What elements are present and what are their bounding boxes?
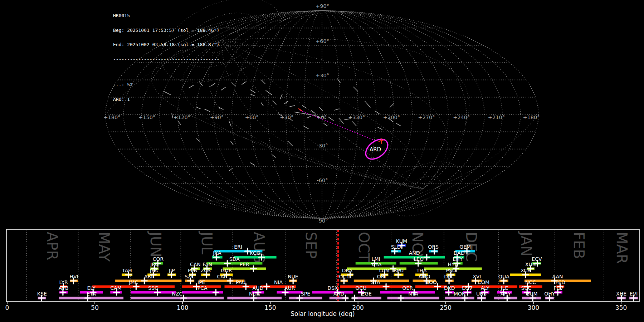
- shower-label-COM: COM: [478, 279, 489, 285]
- shower-label-JMC: JMC: [128, 279, 138, 285]
- shower-label-GEM: GEM: [459, 244, 471, 250]
- shower-bar-MON: [445, 297, 474, 299]
- shower-label-DKD: DKD: [444, 285, 455, 291]
- shower-label-AHY: AHY: [501, 291, 511, 297]
- shower-label-GDR: GDR: [221, 268, 232, 273]
- shower-label-HVI: HVI: [69, 274, 78, 279]
- shower-label-JEA: JEA: [150, 268, 158, 273]
- shower-label-AAN: AAN: [552, 274, 563, 279]
- shower-label-XVI: XVI: [473, 274, 481, 279]
- shower-label-IPE: IPE: [197, 279, 205, 285]
- shower-label-PPS: PPS: [188, 268, 197, 273]
- month-label-JUL: JUL: [199, 231, 215, 255]
- latitude-label: -90°: [317, 218, 328, 224]
- x-tick-label: 250: [440, 304, 452, 311]
- meteor-trail: [303, 126, 308, 129]
- shower-label-KUM: KUM: [396, 238, 407, 244]
- meteor-trail: [229, 168, 233, 171]
- shower-label-ELY: ELY: [87, 285, 96, 291]
- shower-label-XCB: XCB: [521, 268, 531, 273]
- meteor-trail: [172, 113, 173, 118]
- shower-label-PER: PER: [240, 262, 249, 267]
- shower-label-LUM: LUM: [379, 268, 389, 273]
- shower-label-THA: THA: [416, 268, 427, 273]
- shower-label-CTA: CTA: [372, 262, 381, 267]
- shower-bar-ORI: [354, 280, 409, 282]
- shower-label-DSV: DSV: [462, 285, 473, 291]
- shower-label-ARD: ARD: [333, 291, 344, 297]
- shower-label-FEV: FEV: [554, 285, 564, 291]
- shower-label-ALY: ALY: [481, 285, 490, 291]
- meteor-trail: [280, 94, 282, 99]
- secondary-grid-line: [322, 114, 538, 215]
- longitude-label: +120°: [174, 114, 190, 120]
- ard-radiant-group: ARD: [299, 109, 391, 163]
- meteor-trail: [229, 121, 231, 126]
- shower-label-OHY: OHY: [544, 291, 555, 297]
- shower-label-SLD: SLD: [391, 244, 401, 250]
- shower-label-PSU: PSU: [446, 268, 456, 273]
- longitude-label: +30°: [280, 114, 293, 120]
- latitude-label: -30°: [317, 143, 328, 148]
- timeline-chart: APRMAYJUNJULAUGSEPOCTNOVDECJANFEBMAR KUM…: [0, 229, 644, 322]
- shower-bar-SSG: [131, 291, 176, 294]
- shower-label-STA: STA: [371, 279, 380, 285]
- shower-bar-ETA: [59, 297, 123, 299]
- meteor-trail: [396, 123, 401, 126]
- begin-time: Beg: 20251001 17:53:57 (sol = 188.46°): [113, 28, 219, 33]
- meteor-trail: [339, 118, 343, 123]
- shower-label-ERI: ERI: [234, 244, 242, 250]
- meteor-trail: [231, 141, 233, 145]
- meteor-trail: [242, 82, 246, 84]
- meteor-trail: [324, 123, 327, 126]
- longitude-label: +150°: [138, 114, 155, 120]
- shower-label-CAN: CAN: [190, 262, 201, 267]
- shower-bar-SDA: [206, 262, 262, 265]
- shower-bar-STA: [340, 286, 411, 288]
- longitude-label: +240°: [453, 114, 470, 120]
- shower-label-DPC: DPC: [444, 274, 454, 279]
- shower-label-JLE: JLE: [501, 285, 508, 291]
- x-tick-label: 100: [177, 304, 188, 311]
- end-time: End: 20251002 03:58:18 (sol = 188.87°): [113, 42, 219, 47]
- x-tick-label: 350: [615, 304, 627, 311]
- latitude-label: +30°: [316, 73, 329, 78]
- shower-label-SCC: SCC: [521, 285, 532, 291]
- meteor-trail: [250, 163, 255, 165]
- shower-label-AND: AND: [409, 250, 420, 256]
- shower-label-PCA: PCA: [197, 285, 208, 291]
- shower-label-SSG: SSG: [148, 285, 158, 291]
- month-label-SEP: SEP: [303, 232, 319, 259]
- month-label-MAY: MAY: [96, 232, 112, 262]
- shower-label-JXA: JXA: [213, 250, 221, 256]
- secondary-grid-line: [221, 38, 469, 189]
- shower-label-OCT: OCT: [339, 274, 350, 279]
- meteor-trail: [196, 138, 200, 141]
- shower-label-NCC: NCC: [525, 279, 536, 285]
- shower-label-AUD: AUD: [253, 285, 264, 291]
- shower-bar-SPE: [289, 297, 322, 299]
- longitude-label: +180°: [103, 114, 120, 120]
- meteor-trail: [328, 117, 333, 121]
- observation-header: HR0015 Beg: 20251001 17:53:57 (sol = 188…: [113, 4, 219, 107]
- meteor-trail: [290, 106, 295, 107]
- shower-label-OER: OER: [402, 285, 413, 291]
- shower-label-NOO: NOO: [425, 279, 437, 285]
- month-label-MAR: MAR: [614, 232, 630, 264]
- shower-label-MON: MON: [454, 291, 466, 297]
- shower-label-LMI: LMI: [372, 256, 380, 262]
- shower-label-CAP: CAP: [217, 274, 227, 279]
- meteor-trail: [375, 111, 379, 114]
- shower-label-DRA: DRA: [342, 268, 353, 273]
- shower-label-AUR: AUR: [284, 285, 295, 291]
- shower-label-SZC: SZC: [185, 274, 195, 279]
- shower-bar-NTA: [387, 297, 439, 299]
- shower-label-AVB: AVB: [59, 285, 69, 291]
- shower-bar-OER: [380, 291, 435, 294]
- shower-label-NTA: NTA: [408, 291, 418, 297]
- ard-ellipse-label: ARD: [370, 146, 381, 153]
- shower-bar-NOO: [415, 286, 447, 288]
- shower-label-ARI: ARI: [144, 274, 152, 279]
- longitude-label: +330°: [348, 114, 365, 120]
- latitude-label: +60°: [316, 38, 329, 44]
